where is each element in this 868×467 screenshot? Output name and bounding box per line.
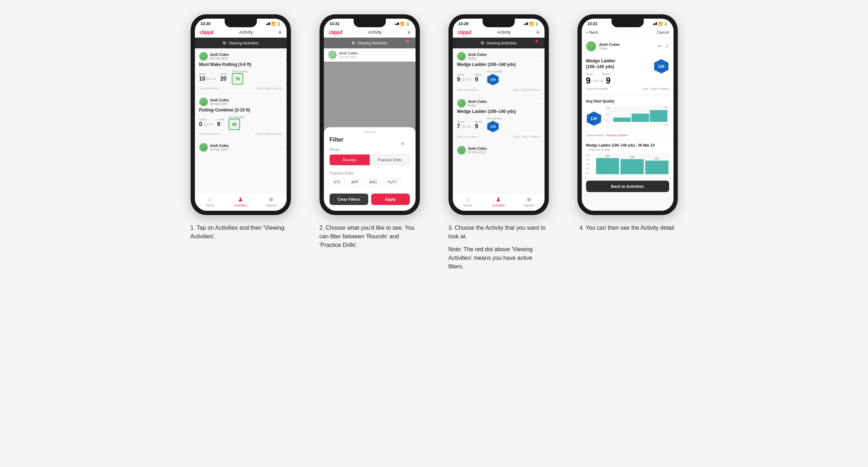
- test-info-2: Test Information: [199, 132, 220, 135]
- card-header-s3-1: Josh Coles Today ···: [457, 52, 540, 61]
- more-dots-s3-1[interactable]: ···: [536, 53, 540, 59]
- more-dots-s3-2[interactable]: ···: [536, 100, 540, 106]
- mini-bar-col-2: 129: [620, 156, 644, 174]
- card-footer-s3-2: Test Information Data: Clippd Capture: [457, 135, 540, 138]
- clear-filters-button[interactable]: Clear Filters: [330, 194, 368, 205]
- activity-card-s3-1[interactable]: Josh Coles Today ··· Wedge Ladder (100–1…: [453, 48, 545, 95]
- shots-value-1: 20: [220, 76, 227, 82]
- status-icons-2: 📶 🔋: [395, 22, 410, 26]
- user-info-2: Josh Coles 28 Feb 2023: [199, 97, 229, 106]
- practice-drills-tab[interactable]: Practice Drills: [370, 154, 410, 165]
- wifi-icon: 📶: [271, 22, 275, 26]
- edit-icon[interactable]: ✏: [658, 43, 662, 49]
- mini-bar-val-2: 129: [630, 156, 634, 158]
- chip-putt[interactable]: PUTT: [384, 178, 401, 186]
- back-button[interactable]: < Back: [586, 30, 598, 34]
- score-value-1: 10: [199, 76, 206, 82]
- detail-score-label: Score: [586, 72, 594, 76]
- practice-session-link[interactable]: Practice Session: [606, 134, 628, 137]
- menu-icon-3[interactable]: ≡: [536, 29, 539, 35]
- signal-1: [266, 22, 270, 25]
- nav-home-1[interactable]: ⌂ Home: [201, 196, 219, 207]
- filter-close-icon[interactable]: ✕: [401, 141, 405, 147]
- back-to-activities-button[interactable]: Back to Activities: [586, 181, 669, 192]
- detail-header: < Back Cancel: [582, 27, 673, 38]
- status-icons-1: 📶 🔋: [266, 22, 281, 26]
- shots-value-s3-1: 9: [475, 76, 482, 83]
- data-source-s3-2: Data: Clippd Capture: [513, 135, 540, 138]
- step-text-2: 2. Choose what you'd like to see. You ca…: [320, 224, 420, 249]
- app-header-3: clippd Activity ≡: [453, 27, 545, 38]
- chip-arg[interactable]: ARG: [365, 178, 381, 186]
- stat-outof-2: 0 OUT OF: [199, 121, 213, 128]
- sb2: [397, 23, 398, 25]
- phone-2: 13:21 📶 🔋 clippd Activity: [320, 14, 420, 215]
- score-label-s3-1: Score: [457, 73, 471, 76]
- mini-bar-col-1: 132: [596, 155, 619, 174]
- activity-card-2[interactable]: Josh Coles 28 Feb 2023 ··· Putting Combi…: [195, 94, 287, 139]
- user-details-s3-1: Josh Coles Today: [468, 53, 487, 60]
- detail-user-info: Josh Coles Today: [586, 41, 620, 51]
- sq-label-s3-1: Shot Quality: [486, 70, 502, 73]
- expand-icon[interactable]: ⤢: [665, 43, 669, 49]
- activities-icon-1: ♟: [238, 196, 243, 203]
- more-dots-1[interactable]: ···: [278, 53, 282, 59]
- activity-title-s3-1: Wedge Ladder (100–140 yds): [457, 62, 540, 67]
- chip-ott[interactable]: OTT: [330, 178, 345, 186]
- screen-content-3: Josh Coles Today ··· Wedge Ladder (100–1…: [453, 48, 545, 193]
- prev-peek: Josh Coles 28 Feb 2023: [324, 48, 416, 62]
- red-dot-2: [406, 40, 409, 43]
- viewing-banner-2[interactable]: ⚙ Viewing Activities: [324, 38, 416, 48]
- user-name-s3-3: Josh Coles: [468, 147, 487, 151]
- nav-activities-3[interactable]: ♟ Activities: [489, 196, 507, 207]
- peek-user-date: 28 Feb 2023: [339, 55, 358, 59]
- avg-sq-title: Avg Shot Quality: [586, 99, 669, 103]
- signal-bar-1: [266, 24, 267, 25]
- title-stats-row: Wedge Ladder(100–140 yds) Score Shots 9 …: [586, 58, 669, 86]
- nav-capture-1[interactable]: ⊕ Capture: [262, 196, 280, 207]
- user-info-1: Josh Coles 28 Feb 2023: [199, 52, 229, 61]
- more-dots-2[interactable]: ···: [278, 99, 282, 105]
- activity-card-3[interactable]: Josh Coles 28 Feb 2023 ···: [195, 139, 287, 157]
- menu-icon-2[interactable]: ≡: [407, 29, 410, 35]
- user-details-s3-3: Josh Coles 28 Feb 2023: [468, 147, 487, 154]
- phone-notch-4: [612, 19, 644, 27]
- sq-label-s3-2: Shot Quality: [486, 117, 502, 120]
- detail-shots-label: Shots: [602, 72, 609, 76]
- stat-score-2: Score 0 OUT OF: [199, 118, 213, 128]
- user-name-3: Josh Coles: [210, 144, 229, 148]
- activity-card-1[interactable]: Josh Coles 28 Feb 2023 ··· Must Make Put…: [195, 48, 287, 94]
- filter-title: Filter: [330, 137, 344, 143]
- player-activity-section: Player Activity · Practice Session: [582, 132, 673, 139]
- stats-row-2: Score 0 OUT OF Shots 9: [199, 115, 282, 130]
- info-circle-icon: ℹ: [586, 87, 587, 90]
- step-description-1: 1. Tap on Activities and then 'Viewing A…: [191, 224, 291, 241]
- apply-button[interactable]: Apply: [371, 194, 410, 205]
- rounds-tab[interactable]: Rounds: [330, 154, 370, 165]
- viewing-banner-1[interactable]: ⚙ Viewing Activities: [195, 38, 287, 48]
- viewing-banner-3[interactable]: ⚙ Viewing Activities: [453, 38, 545, 48]
- nav-capture-3[interactable]: ⊕ Capture: [520, 196, 538, 207]
- chip-app[interactable]: APP: [347, 178, 363, 186]
- stat-score-s3-1: Score 9 OUT OF: [457, 73, 471, 83]
- nav-home-3[interactable]: ⌂ Home: [459, 196, 477, 207]
- step-3-col: 13:20 📶 🔋 clippd Activity: [441, 14, 556, 271]
- peek-avatar: [328, 51, 337, 59]
- nav-activities-1[interactable]: ♟ Activities: [231, 196, 249, 207]
- more-dots-s3-3[interactable]: ···: [536, 147, 540, 153]
- battery-icon-2: 🔋: [406, 22, 410, 26]
- signal-2: [395, 22, 399, 25]
- chart-y-axis: 100 50 0: [606, 107, 613, 122]
- cancel-button[interactable]: Cancel: [657, 30, 669, 34]
- activity-card-s3-3[interactable]: Josh Coles 28 Feb 2023 ···: [453, 142, 545, 160]
- stats-row-s3-1: Score 9 OUT OF Shots 9: [457, 70, 540, 86]
- card-header-3: Josh Coles 28 Feb 2023 ···: [199, 143, 282, 152]
- desc3-main: Choose the Activity that you want to loo…: [449, 225, 546, 239]
- filter-sheet[interactable]: Filter ✕ Show Rounds Practice Drills Pra…: [324, 127, 416, 211]
- menu-icon-1[interactable]: ≡: [278, 29, 281, 35]
- more-dots-3[interactable]: ···: [278, 144, 282, 150]
- score-label-s3-2: Score: [457, 120, 471, 123]
- practice-drills-section-label: Practice Drills: [330, 171, 410, 175]
- activity-card-s3-2[interactable]: Josh Coles Today ··· Wedge Ladder (100–1…: [453, 95, 545, 142]
- app-logo-2: clippd: [329, 29, 342, 35]
